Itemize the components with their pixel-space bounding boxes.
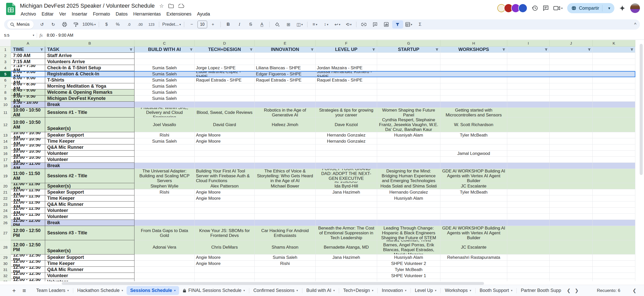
cell-E29[interactable]: Sumia Saleh <box>255 254 316 261</box>
increase-font-size-button[interactable]: + <box>207 20 218 29</box>
column-header-G[interactable]: G <box>377 40 440 47</box>
document-title[interactable]: Michigan DevFest 2025 Speaker / Voluntee… <box>20 3 155 9</box>
tab-menu-caret[interactable]: ▾ <box>296 289 298 292</box>
cell-J24[interactable] <box>550 208 593 214</box>
cell-F15[interactable] <box>316 144 377 151</box>
row-header-5[interactable]: 5 <box>0 71 11 77</box>
cell-J10[interactable] <box>550 102 593 108</box>
cell-I13[interactable] <box>507 132 550 138</box>
cell-I20[interactable] <box>507 183 550 189</box>
cell-E2[interactable] <box>255 53 316 59</box>
column-header-I[interactable]: I <box>507 40 550 47</box>
cell-F25[interactable] <box>316 214 377 220</box>
cell-E28[interactable]: Shams Ahson <box>255 240 316 254</box>
version-history-icon[interactable] <box>532 5 538 11</box>
cell-K11[interactable] <box>593 108 635 117</box>
side-panel-toggle-icon[interactable]: ❮ <box>633 288 636 293</box>
cell-F31[interactable] <box>316 267 377 273</box>
cell-B5[interactable]: Registration & Check-In <box>45 71 134 77</box>
cell-E32[interactable] <box>255 273 316 279</box>
cell-F11[interactable]: Strategies & tips for growing your caree… <box>316 108 377 117</box>
cell-G12[interactable]: Cynthia Respert, Stephaine Frantz, Jesee… <box>377 117 440 132</box>
cell-D12[interactable]: David Giard <box>195 117 255 132</box>
row-header-21[interactable]: 21 <box>0 189 11 195</box>
cell-E15[interactable] <box>255 144 316 151</box>
cell-F6[interactable]: Raquel Estrada - SHPE <box>316 77 377 83</box>
cell-D31[interactable] <box>195 267 255 273</box>
cell-C28[interactable]: Adonai Vera <box>134 240 195 254</box>
zoom-select[interactable]: 100%▾ <box>81 20 97 29</box>
cell-D28[interactable]: Chris DeMars <box>195 240 255 254</box>
insert-chart-button[interactable] <box>381 20 392 29</box>
cell-I21[interactable] <box>507 189 550 195</box>
italic-button[interactable]: I <box>234 20 245 29</box>
cell-J12[interactable] <box>550 117 593 132</box>
cell-D22[interactable]: Angie Moore <box>195 195 255 201</box>
cell-D24[interactable] <box>195 208 255 214</box>
cell-J1[interactable] <box>550 47 593 53</box>
cell-K6[interactable] <box>593 77 635 83</box>
cell-E20[interactable]: Michael Bower <box>255 183 316 189</box>
cell-G21[interactable]: Hernando Gonzalez <box>377 189 440 195</box>
cell-B25[interactable]: Volunteer <box>45 214 134 220</box>
cell-G20[interactable]: Hoda Solati and Shima Solati <box>377 183 440 189</box>
cell-C25[interactable] <box>134 214 195 220</box>
cell-H14[interactable] <box>440 138 507 144</box>
strikethrough-button[interactable]: S <box>245 20 256 29</box>
column-header-D[interactable]: D <box>195 40 255 47</box>
row-header-16[interactable]: 16 <box>0 151 11 157</box>
cell-J28[interactable] <box>550 240 593 254</box>
cell-F7[interactable] <box>316 83 377 89</box>
tab-menu-caret[interactable]: ▾ <box>435 289 437 292</box>
cell-A32[interactable]: 12:00 - 12:50 PM <box>11 273 45 279</box>
cell-F21[interactable]: Jana Hazimeh <box>316 189 377 195</box>
cell-H24[interactable] <box>440 208 507 214</box>
cell-A6[interactable]: 8:00 - 9:00 AM <box>11 77 45 83</box>
undo-button[interactable]: ↺ <box>36 20 47 29</box>
cell-J25[interactable] <box>550 214 593 220</box>
cell-E3[interactable] <box>255 59 316 65</box>
cell-H27[interactable]: GDE AI WORKSHOP Building AI Agents with … <box>440 226 507 240</box>
gemini-sparkle-icon[interactable] <box>619 5 626 11</box>
cell-K12[interactable] <box>593 117 635 132</box>
cell-C20[interactable]: Stephen Wylie <box>134 183 195 189</box>
cell-C22[interactable] <box>134 195 195 201</box>
decrease-decimals-button[interactable]: .0 <box>123 20 134 29</box>
row-header-24[interactable]: 24 <box>0 208 11 214</box>
cell-A13[interactable]: 10:00 - 10:50 AM <box>11 132 45 138</box>
cell-G26[interactable] <box>377 220 440 226</box>
cell-H19[interactable]: GDE AI WORKSHOP Building AI Agents with … <box>440 169 507 183</box>
cell-E23[interactable] <box>255 201 316 208</box>
cell-H25[interactable] <box>440 214 507 220</box>
row-header-17[interactable]: 17 <box>0 157 11 163</box>
row-header-20[interactable]: 20 <box>0 183 11 189</box>
cell-H31[interactable] <box>440 267 507 273</box>
tab-menu-caret[interactable]: ▾ <box>372 289 374 292</box>
column-header-E[interactable]: E <box>255 40 316 47</box>
cell-F22[interactable] <box>316 195 377 201</box>
share-button[interactable]: Compartir ▼ <box>567 3 614 13</box>
menu-herramientas[interactable]: Herramientas <box>130 11 164 18</box>
cell-F9[interactable] <box>316 96 377 102</box>
cell-C6[interactable]: Sumia Saleh <box>134 77 195 83</box>
cell-F32[interactable] <box>316 273 377 279</box>
cell-G23[interactable] <box>377 201 440 208</box>
add-sheet-button[interactable]: + <box>12 287 16 294</box>
cell-K25[interactable] <box>593 214 635 220</box>
format-currency-button[interactable]: $ <box>101 20 112 29</box>
cell-G5[interactable] <box>377 71 440 77</box>
tab-menu-caret[interactable]: ▾ <box>174 289 176 292</box>
cell-H17[interactable] <box>440 157 507 163</box>
menu-ver[interactable]: Ver <box>56 11 69 18</box>
cell-E17[interactable] <box>255 157 316 163</box>
cell-J13[interactable] <box>550 132 593 138</box>
cell-E18[interactable] <box>255 163 316 169</box>
cell-K19[interactable] <box>593 169 635 183</box>
cell-K16[interactable] <box>593 151 635 157</box>
cell-K2[interactable] <box>593 53 635 59</box>
cell-C5[interactable]: Sumia Saleh <box>134 71 195 77</box>
column-header-H[interactable]: H <box>440 40 507 47</box>
cell-H15[interactable] <box>440 144 507 151</box>
cell-K31[interactable] <box>593 267 635 273</box>
cell-K3[interactable] <box>593 59 635 65</box>
